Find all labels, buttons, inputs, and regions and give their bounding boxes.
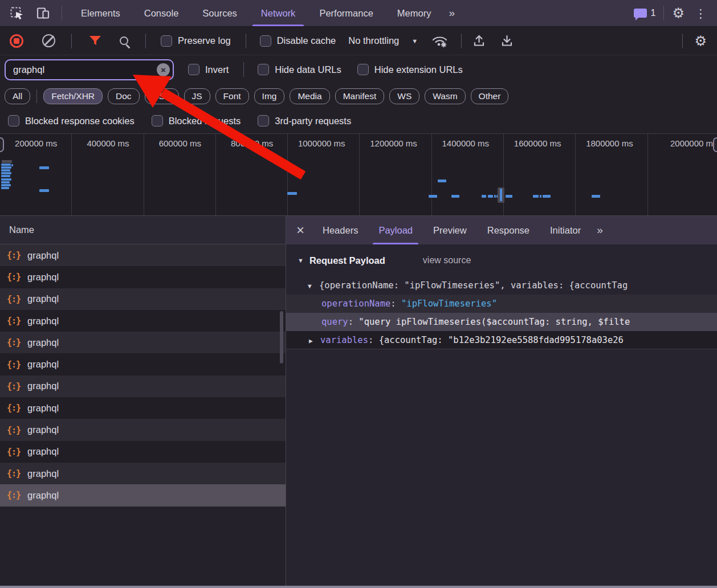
payload-operation-name-row[interactable]: operationName: "ipFlowTimeseries" [286,295,717,313]
chip-fetch-xhr[interactable]: Fetch/XHR [43,88,103,104]
request-row[interactable]: {:}graphql [0,353,286,375]
clear-network-log-button[interactable] [42,34,55,47]
timeline-bar [1,184,11,186]
timeline-tick: 1800000 ms [573,138,633,148]
tab-console[interactable]: Console [132,0,191,26]
filter-toggle-icon[interactable] [89,35,101,47]
request-row[interactable]: {:}graphql [0,288,286,310]
tab-network[interactable]: Network [249,0,308,26]
details-tab-preview[interactable]: Preview [423,216,477,244]
tab-elements[interactable]: Elements [69,0,132,26]
chip-other[interactable]: Other [471,88,509,104]
network-overview-timeline[interactable]: 200000 ms400000 ms600000 ms800000 ms1000… [0,133,717,216]
timeline-bar [592,195,600,198]
timeline-bar [1,166,11,169]
request-payload-title: Request Payload [309,255,385,266]
json-braces-icon: {:} [7,360,21,370]
payload-root-row[interactable]: ▼{operationName: "ipFlowTimeseries", var… [286,276,717,295]
details-tab-response[interactable]: Response [477,216,540,244]
triangle-down-icon[interactable]: ▼ [308,277,319,295]
chip-css[interactable]: CSS [145,88,179,104]
divider [145,34,146,48]
resource-type-filter-row: AllFetch/XHRDocCSSJSFontImgMediaManifest… [0,84,717,108]
3rd-party-requests-checkbox[interactable]: 3rd-party requests [258,115,351,126]
chip-js[interactable]: JS [184,88,210,104]
disable-cache-checkbox[interactable]: Disable cache [260,35,336,47]
devtools-window: ElementsConsoleSourcesNetworkPerformance… [0,0,717,588]
timeline-bar [2,160,12,163]
request-row[interactable]: {:}graphql [0,419,286,440]
request-payload-section-header[interactable]: ▼ Request Payload view source [286,244,717,276]
close-details-icon[interactable]: × [286,216,312,244]
request-row[interactable]: {:}graphql [0,397,286,419]
request-row[interactable]: {:}graphql [0,244,286,266]
request-row[interactable]: {:}graphql [0,375,286,397]
blocked-response-cookies-checkbox[interactable]: Blocked response cookies [8,115,135,126]
filter-input[interactable] [5,59,174,80]
scrollbar-thumb[interactable] [280,311,283,364]
clear-filter-icon[interactable]: × [157,63,170,76]
search-icon[interactable] [120,36,128,45]
details-tab-headers[interactable]: Headers [312,216,368,244]
request-row[interactable]: {:}graphql [0,484,286,506]
tab-memory[interactable]: Memory [385,0,443,26]
divider [243,62,244,77]
divider [62,6,62,21]
payload-key: variables [320,335,368,345]
details-more-tabs-icon[interactable]: » [591,216,608,244]
import-har-icon[interactable] [472,34,486,48]
3rd-party-requests-label: 3rd-party requests [275,116,351,126]
chip-doc[interactable]: Doc [108,88,140,104]
request-name: graphql [27,381,59,391]
timeline-bar [451,195,459,198]
checkbox [258,115,269,126]
device-toolbar-glyph [36,6,50,21]
chip-font[interactable]: Font [215,88,249,104]
export-har-icon[interactable] [500,34,514,48]
network-conditions-icon[interactable] [431,34,449,48]
json-braces-icon: {:} [7,294,21,304]
chip-ws[interactable]: WS [389,88,419,104]
overview-right-handle[interactable] [713,137,717,152]
chip-manifest[interactable]: Manifest [335,88,385,104]
request-row[interactable]: {:}graphql [0,441,286,463]
network-settings-gear-icon[interactable]: ⚙ [694,34,707,48]
hide-extension-urls-checkbox[interactable]: Hide extension URLs [357,64,463,75]
hide-data-urls-checkbox[interactable]: Hide data URLs [258,64,341,75]
details-tab-initiator[interactable]: Initiator [540,216,591,244]
name-column-header[interactable]: Name [0,216,286,244]
tab-sources[interactable]: Sources [190,0,249,26]
payload-query-row[interactable]: query: "query ipFlowTimeseries($accountT… [286,313,717,331]
request-row[interactable]: {:}graphql [0,463,286,484]
more-tabs-icon[interactable]: » [443,7,459,19]
invert-checkbox[interactable]: Invert [188,64,229,75]
blocked-requests-checkbox[interactable]: Blocked requests [152,115,241,126]
settings-gear-icon[interactable]: ⚙ [672,6,685,20]
throttling-dropdown[interactable]: No throttling ▼ [348,35,418,46]
triangle-right-icon[interactable]: ▶ [309,332,320,349]
inspect-element-icon[interactable] [8,5,25,22]
checkbox [260,35,271,47]
request-name: graphql [27,359,59,370]
details-tab-payload[interactable]: Payload [368,216,423,244]
chip-all[interactable]: All [5,88,30,104]
request-row[interactable]: {:}graphql [0,310,286,332]
kebab-menu-icon[interactable]: ⋮ [692,7,709,19]
request-row[interactable]: {:}graphql [0,332,286,353]
timeline-tick: 200000 ms [0,138,57,148]
chip-img[interactable]: Img [254,88,285,104]
chip-media[interactable]: Media [290,88,329,104]
throttling-value: No throttling [348,35,399,46]
message-bubble-icon [634,9,647,18]
overview-left-handle[interactable] [0,137,4,152]
issues-indicator[interactable]: 1 [634,8,656,18]
tab-performance[interactable]: Performance [307,0,385,26]
request-row[interactable]: {:}graphql [0,266,286,288]
record-network-log-button[interactable] [10,34,23,48]
chip-wasm[interactable]: Wasm [425,88,465,104]
window-bottom-edge [0,586,717,588]
preserve-log-checkbox[interactable]: Preserve log [161,35,231,47]
payload-variables-row[interactable]: ▶variables: {accountTag: "b12e3b2192ee55… [286,331,717,349]
view-source-link[interactable]: view source [423,255,471,266]
device-toolbar-icon[interactable] [34,5,51,22]
